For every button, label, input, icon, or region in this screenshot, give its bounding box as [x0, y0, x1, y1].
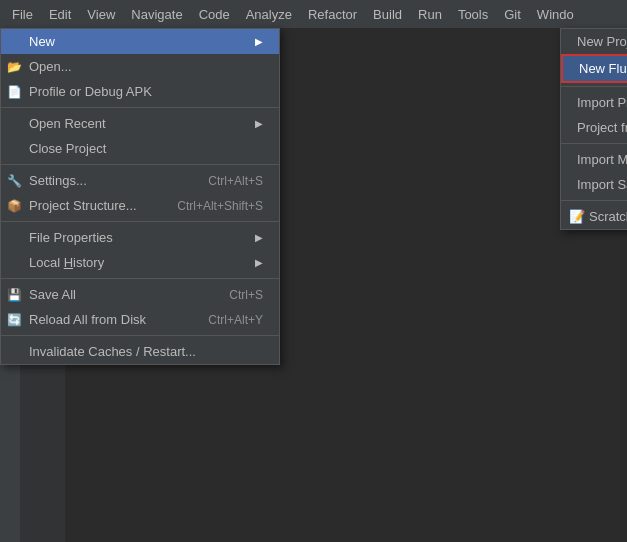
- new-submenu-separator-1: [561, 86, 627, 87]
- separator-3: [1, 221, 279, 222]
- menu-edit[interactable]: Edit: [41, 3, 79, 26]
- menu-item-open[interactable]: 📂 Open...: [1, 54, 279, 79]
- new-submenu-item-new-project[interactable]: New Project...: [561, 29, 627, 54]
- menu-navigate[interactable]: Navigate: [123, 3, 190, 26]
- menu-file[interactable]: File: [4, 3, 41, 26]
- menu-item-file-properties[interactable]: File Properties ▶: [1, 225, 279, 250]
- save-all-icon: 💾: [7, 288, 22, 302]
- settings-shortcut: Ctrl+Alt+S: [208, 174, 263, 188]
- separator-1: [1, 107, 279, 108]
- menu-item-reload[interactable]: 🔄 Reload All from Disk Ctrl+Alt+Y: [1, 307, 279, 332]
- menu-item-new[interactable]: New ▶: [1, 29, 279, 54]
- menu-item-settings[interactable]: 🔧 Settings... Ctrl+Alt+S: [1, 168, 279, 193]
- reload-icon: 🔄: [7, 313, 22, 327]
- scratch-file-icon: 📝: [569, 209, 585, 224]
- menu-item-close-project[interactable]: Close Project: [1, 136, 279, 161]
- new-arrow-icon: ▶: [255, 36, 263, 47]
- menubar: File Edit View Navigate Code Analyze Ref…: [0, 0, 627, 28]
- separator-5: [1, 335, 279, 336]
- profile-icon: 📄: [7, 85, 22, 99]
- open-recent-label: Open Recent: [29, 116, 251, 131]
- new-submenu-item-scratch-file[interactable]: 📝 Scratch File Ctrl+Alt+Shift+Insert: [561, 204, 627, 229]
- file-menu: New ▶ 📂 Open... 📄 Profile or Debug APK O…: [0, 28, 280, 365]
- local-history-arrow-icon: ▶: [255, 257, 263, 268]
- project-structure-label: Project Structure...: [29, 198, 157, 213]
- project-structure-shortcut: Ctrl+Alt+Shift+S: [177, 199, 263, 213]
- import-module-label: Import Module...: [577, 152, 627, 167]
- new-flutter-project-label: New Flutter Project...: [579, 61, 627, 76]
- menu-item-local-history[interactable]: Local History ▶: [1, 250, 279, 275]
- new-submenu-item-import-sample[interactable]: Import Sample...: [561, 172, 627, 197]
- import-sample-label: Import Sample...: [577, 177, 627, 192]
- profile-label: Profile or Debug APK: [29, 84, 263, 99]
- local-history-label: Local History: [29, 255, 251, 270]
- file-properties-arrow-icon: ▶: [255, 232, 263, 243]
- menu-item-save-all[interactable]: 💾 Save All Ctrl+S: [1, 282, 279, 307]
- new-submenu: New Project... New Flutter Project... Im…: [560, 28, 627, 230]
- new-project-label: New Project...: [577, 34, 627, 49]
- settings-label: Settings...: [29, 173, 188, 188]
- invalidate-label: Invalidate Caches / Restart...: [29, 344, 263, 359]
- menu-refactor[interactable]: Refactor: [300, 3, 365, 26]
- new-submenu-separator-2: [561, 143, 627, 144]
- new-submenu-item-vcs[interactable]: Project from Version Control...: [561, 115, 627, 140]
- separator-2: [1, 164, 279, 165]
- import-project-label: Import Project...: [577, 95, 627, 110]
- open-icon: 📂: [7, 60, 22, 74]
- menu-item-profile[interactable]: 📄 Profile or Debug APK: [1, 79, 279, 104]
- close-project-label: Close Project: [29, 141, 263, 156]
- reload-label: Reload All from Disk: [29, 312, 188, 327]
- new-label: New: [29, 34, 251, 49]
- menu-code[interactable]: Code: [191, 3, 238, 26]
- menu-item-project-structure[interactable]: 📦 Project Structure... Ctrl+Alt+Shift+S: [1, 193, 279, 218]
- vcs-label: Project from Version Control...: [577, 120, 627, 135]
- menu-item-open-recent[interactable]: Open Recent ▶: [1, 111, 279, 136]
- project-structure-icon: 📦: [7, 199, 22, 213]
- save-all-label: Save All: [29, 287, 209, 302]
- open-recent-arrow-icon: ▶: [255, 118, 263, 129]
- settings-icon: 🔧: [7, 174, 22, 188]
- separator-4: [1, 278, 279, 279]
- menu-view[interactable]: View: [79, 3, 123, 26]
- new-submenu-separator-3: [561, 200, 627, 201]
- menu-window[interactable]: Windo: [529, 3, 582, 26]
- new-submenu-item-import-project[interactable]: Import Project...: [561, 90, 627, 115]
- menu-item-invalidate[interactable]: Invalidate Caches / Restart...: [1, 339, 279, 364]
- open-label: Open...: [29, 59, 263, 74]
- menu-git[interactable]: Git: [496, 3, 529, 26]
- menu-build[interactable]: Build: [365, 3, 410, 26]
- new-submenu-item-new-flutter-project[interactable]: New Flutter Project...: [561, 54, 627, 83]
- file-properties-label: File Properties: [29, 230, 251, 245]
- menu-run[interactable]: Run: [410, 3, 450, 26]
- save-all-shortcut: Ctrl+S: [229, 288, 263, 302]
- scratch-file-label: Scratch File: [589, 209, 627, 224]
- reload-shortcut: Ctrl+Alt+Y: [208, 313, 263, 327]
- new-submenu-item-import-module[interactable]: Import Module...: [561, 147, 627, 172]
- menu-tools[interactable]: Tools: [450, 3, 496, 26]
- menu-analyze[interactable]: Analyze: [238, 3, 300, 26]
